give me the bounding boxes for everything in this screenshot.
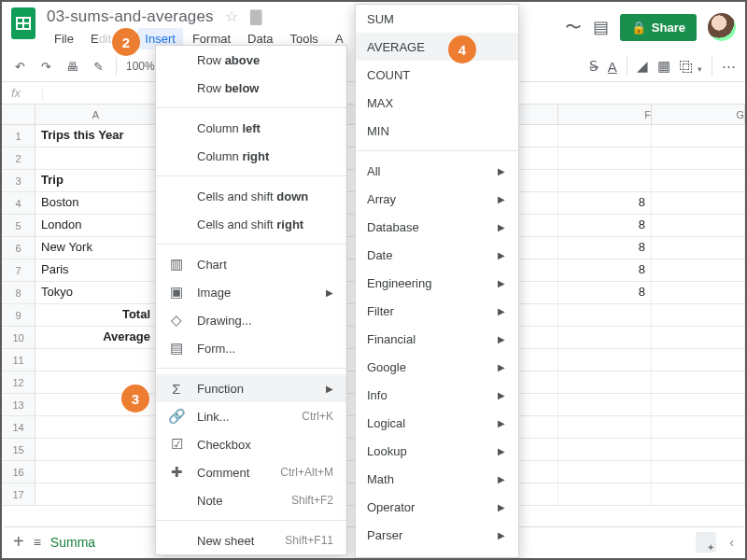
cell[interactable] (652, 461, 745, 483)
row-header[interactable]: 5 (2, 215, 35, 236)
cell[interactable]: Total (35, 304, 157, 326)
merge-icon[interactable]: ⿻ ▾ (680, 59, 702, 75)
cell[interactable] (652, 170, 745, 191)
row-header[interactable]: 12 (2, 371, 35, 393)
share-button[interactable]: 🔒Share (620, 14, 697, 41)
redo-icon[interactable]: ↷ (37, 60, 54, 74)
cell[interactable]: Trips this Year (35, 125, 157, 147)
cell[interactable]: Paris (35, 259, 157, 281)
menu-item-column-left[interactable]: Column left (156, 114, 346, 142)
fn-cat-operator[interactable]: Operator▶ (356, 493, 518, 521)
fill-color-icon[interactable]: ◢ (637, 58, 648, 75)
comments-icon[interactable]: ▤ (593, 17, 609, 37)
scroll-left-icon[interactable]: ‹ (729, 535, 734, 550)
fn-cat-info[interactable]: Info▶ (356, 381, 518, 409)
row-header[interactable]: 4 (2, 192, 35, 214)
cell[interactable] (652, 327, 745, 348)
fn-cat-statistical[interactable]: Statistical▶ (356, 549, 518, 560)
avatar[interactable] (708, 13, 736, 41)
row-header[interactable]: 14 (2, 416, 35, 438)
cell[interactable]: Average (35, 327, 157, 348)
fn-cat-all[interactable]: All▶ (356, 157, 518, 185)
cell[interactable] (35, 483, 157, 505)
cell[interactable] (558, 125, 652, 147)
trend-icon[interactable]: 〜 (565, 16, 582, 38)
more-icon[interactable]: ⋯ (722, 58, 736, 75)
fn-max[interactable]: MAX (356, 89, 518, 117)
row-header[interactable]: 17 (2, 483, 35, 505)
fn-cat-database[interactable]: Database▶ (356, 213, 518, 241)
cell[interactable] (558, 349, 652, 371)
print-icon[interactable]: 🖶 (63, 60, 80, 74)
cell[interactable] (652, 304, 745, 326)
menu-item-image[interactable]: ▣Image▶ (156, 278, 346, 306)
cell[interactable] (558, 147, 652, 169)
col-G[interactable]: G (652, 105, 745, 124)
menu-item-cells-and-shift-down[interactable]: Cells and shift down (156, 182, 346, 210)
menu-item-row-above[interactable]: Row above (156, 46, 346, 74)
row-header[interactable]: 3 (2, 170, 35, 191)
cell[interactable] (35, 349, 157, 371)
col-A[interactable]: A (35, 105, 157, 124)
cell[interactable] (652, 237, 745, 259)
cell[interactable] (652, 483, 745, 505)
fn-cat-google[interactable]: Google▶ (356, 353, 518, 381)
cell[interactable] (652, 371, 745, 393)
folder-icon[interactable]: ▇ (250, 7, 261, 25)
fn-cat-engineering[interactable]: Engineering▶ (356, 269, 518, 297)
borders-icon[interactable]: ▦ (657, 58, 670, 75)
cell[interactable] (558, 327, 652, 348)
fn-cat-lookup[interactable]: Lookup▶ (356, 437, 518, 465)
menu-item-checkbox[interactable]: ☑Checkbox (156, 430, 346, 458)
add-sheet-button[interactable]: + (13, 531, 24, 553)
cell[interactable]: 8 (558, 192, 652, 214)
fn-sum[interactable]: SUM (356, 5, 518, 33)
menu-item-drawing-[interactable]: ◇Drawing... (156, 306, 346, 334)
menu-item-new-sheet[interactable]: New sheetShift+F11 (156, 526, 346, 554)
cell[interactable] (35, 147, 157, 169)
cell[interactable] (558, 439, 652, 460)
cell[interactable]: 8 (558, 237, 652, 259)
fn-cat-parser[interactable]: Parser▶ (356, 521, 518, 549)
menu-item-row-below[interactable]: Row below (156, 74, 346, 102)
row-header[interactable]: 10 (2, 327, 35, 348)
sheets-logo[interactable] (11, 7, 37, 41)
fn-min[interactable]: MIN (356, 117, 518, 145)
cell[interactable]: Trip (35, 170, 157, 191)
all-sheets-button[interactable]: ≡ (34, 535, 41, 550)
cell[interactable] (35, 416, 157, 438)
menu-item-form-[interactable]: ▤Form... (156, 334, 346, 362)
cell[interactable] (652, 192, 745, 214)
cell[interactable] (558, 461, 652, 483)
cell[interactable] (652, 416, 745, 438)
fn-cat-math[interactable]: Math▶ (356, 465, 518, 493)
cell[interactable]: Tokyo (35, 282, 157, 303)
star-icon[interactable]: ☆ (225, 7, 238, 25)
strike-icon[interactable]: S̶ (589, 58, 599, 75)
cell[interactable]: Boston (35, 192, 157, 214)
row-header[interactable]: 6 (2, 237, 35, 259)
cell[interactable] (652, 439, 745, 460)
cell[interactable] (558, 371, 652, 393)
row-header[interactable]: 13 (2, 394, 35, 415)
fn-cat-filter[interactable]: Filter▶ (356, 297, 518, 325)
menu-file[interactable]: File (47, 28, 81, 49)
cell[interactable] (652, 282, 745, 303)
row-header[interactable]: 16 (2, 461, 35, 483)
fn-average[interactable]: AVERAGE (356, 33, 518, 61)
cell[interactable] (35, 439, 157, 460)
fn-cat-date[interactable]: Date▶ (356, 241, 518, 269)
cell[interactable] (652, 349, 745, 371)
explore-button[interactable] (696, 532, 716, 553)
fn-count[interactable]: COUNT (356, 61, 518, 89)
paint-icon[interactable]: ✎ (90, 60, 106, 74)
text-color-icon[interactable]: A (608, 59, 617, 75)
row-header[interactable]: 11 (2, 349, 35, 371)
select-all-corner[interactable] (2, 105, 35, 124)
menu-item-link-[interactable]: 🔗Link...Ctrl+K (156, 402, 346, 430)
fn-cat-logical[interactable]: Logical▶ (356, 409, 518, 437)
row-header[interactable]: 2 (2, 147, 35, 169)
row-header[interactable]: 1 (2, 125, 35, 147)
sheet-tab-active[interactable]: Summa (50, 535, 95, 550)
cell[interactable]: 8 (558, 259, 652, 281)
